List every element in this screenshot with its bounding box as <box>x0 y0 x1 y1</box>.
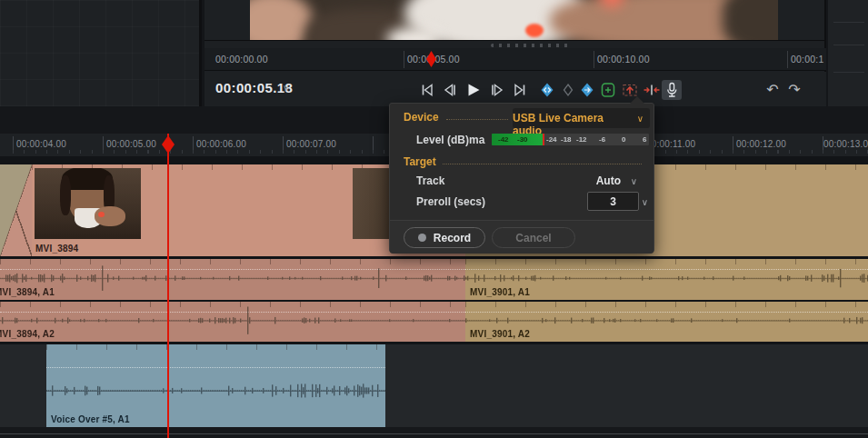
viewer-ruler-label: 00:00:1 <box>791 54 823 65</box>
timecode-chevron-icon[interactable]: ∨ <box>283 83 289 93</box>
cancel-button-label: Cancel <box>515 232 551 244</box>
go-to-end-button[interactable] <box>510 80 530 100</box>
chevron-down-icon: ∨ <box>637 114 644 124</box>
meter-tick: -18 <box>561 135 572 144</box>
video-transition-clip[interactable] <box>0 164 32 256</box>
audio-level-meter: -42 -30 -24 -18 -12 -6 0 6 <box>492 134 649 145</box>
undo-button[interactable]: ↶ <box>763 83 782 99</box>
clip-name-label: MVI_3901, A2 <box>470 329 530 339</box>
meter-scale-line <box>833 45 864 45</box>
meter-tick: -30 <box>517 135 528 144</box>
overwrite-clip-icon[interactable] <box>642 80 662 100</box>
waveform <box>0 302 465 342</box>
step-forward-button[interactable] <box>487 80 507 100</box>
preroll-label: Preroll (secs) <box>416 195 485 208</box>
dotted-leader <box>446 119 508 120</box>
match-frame-icon[interactable] <box>598 80 618 100</box>
clip-name-label: MVI_3894, A1 <box>0 287 55 297</box>
ruler-label: 00:00:07.00 <box>286 139 336 149</box>
preview-background-right <box>723 0 778 40</box>
panel-resize-handle[interactable] <box>491 44 573 47</box>
level-label: Level (dB)ma <box>416 134 484 146</box>
meter-tick: 0 <box>622 135 625 144</box>
meter-scale-line <box>833 72 864 73</box>
audio-clip-mvi-3901-a1[interactable]: MVI_3901, A1 <box>465 259 868 300</box>
play-button[interactable] <box>463 80 483 100</box>
dotted-leader <box>443 164 642 164</box>
clip-name-label: Voice Over #5, A1 <box>51 414 130 424</box>
ruler-separator <box>404 51 404 68</box>
left-empty-panel <box>0 0 202 106</box>
step-back-button[interactable] <box>440 80 460 100</box>
transition-outgoing-clip <box>0 164 32 256</box>
thumbnail-fingernail <box>98 212 105 217</box>
voiceover-record-popup: Device USB Live Camera audio ∨ Level (dB… <box>389 103 654 253</box>
device-section-label: Device <box>404 111 439 124</box>
meter-tick: -6 <box>599 135 605 144</box>
device-dropdown[interactable]: USB Live Camera audio ∨ <box>513 108 650 128</box>
popup-callout-arrow <box>630 96 644 104</box>
next-keyframe-icon[interactable] <box>577 80 597 100</box>
voiceover-clip[interactable]: Voice Over #5, A1 <box>46 344 385 427</box>
meter-tick: 6 <box>643 135 646 144</box>
ruler-label: 00:00:04.00 <box>16 139 66 149</box>
keyframe-icon[interactable] <box>558 80 578 100</box>
ruler-separator <box>787 51 788 68</box>
timeline-scrollbar[interactable] <box>0 433 868 434</box>
viewer-panel: 00:00:00.00 00:00:05.00 00:00:10.00 00:0… <box>205 0 826 106</box>
transport-bar: 00:00:05.18 ∨ <box>205 72 826 106</box>
chevron-down-icon[interactable]: ∨ <box>642 197 648 207</box>
timeline-playhead[interactable] <box>167 134 169 438</box>
meter-tick: -12 <box>576 135 587 144</box>
preroll-input[interactable] <box>587 192 639 211</box>
ruler-separator <box>594 51 594 68</box>
clip-name-label: MVI_3901, A1 <box>470 287 530 297</box>
audio-clip-mvi-3894-a1[interactable]: MVI_3894, A1 <box>0 259 465 300</box>
record-dot-icon <box>418 234 426 242</box>
ruler-label: 00:00:12.00 <box>736 139 786 149</box>
current-timecode: 00:00:05.18 <box>215 80 293 95</box>
cancel-button[interactable]: Cancel <box>492 227 575 248</box>
video-preview[interactable] <box>250 0 778 40</box>
viewer-ruler-label: 00:00:10.00 <box>597 54 650 65</box>
viewer-timeline-ruler[interactable]: 00:00:00.00 00:00:05.00 00:00:10.00 00:0… <box>205 48 826 71</box>
voiceover-track: Voice Over #5, A1 <box>0 344 868 428</box>
voiceover-record-mic-button[interactable] <box>662 80 682 100</box>
ruler-label: 00:00:13.00 <box>823 139 868 149</box>
app-window: 00:00:00.00 00:00:05.00 00:00:10.00 00:0… <box>0 0 868 438</box>
clip-name-label: MVI_3894 <box>35 244 78 254</box>
audio-clip-mvi-3894-a2[interactable]: MVI_3894, A2 <box>0 302 465 342</box>
meter-red-marker <box>543 134 544 145</box>
meter-tick: -24 <box>546 135 557 144</box>
meter-tick: -42 <box>498 135 509 144</box>
redo-button[interactable]: ↷ <box>785 83 803 99</box>
chevron-down-icon[interactable]: ∨ <box>631 176 637 186</box>
track-value[interactable]: Auto <box>596 174 621 187</box>
audio-clip-mvi-3901-a2[interactable]: MVI_3901, A2 <box>465 302 868 342</box>
clip-thumbnail <box>35 168 141 239</box>
target-section-label: Target <box>404 155 436 168</box>
ruler-label: 00:00:05.00 <box>106 139 156 149</box>
preview-fingernail <box>525 24 544 37</box>
record-button-label: Record <box>434 232 471 244</box>
go-to-start-button[interactable] <box>417 80 437 100</box>
clip-name-label: MVI_3894, A2 <box>0 329 55 339</box>
preview-bottom-edge <box>205 40 824 41</box>
timeline-bottom-area <box>0 427 868 438</box>
popup-footer: Record Cancel <box>390 220 653 254</box>
previous-keyframe-icon[interactable] <box>537 80 557 100</box>
viewer-ruler-label: 00:00:00.00 <box>215 54 268 65</box>
audio-meters-panel <box>828 0 868 106</box>
waveform <box>0 259 465 300</box>
record-button[interactable]: Record <box>404 227 485 248</box>
track-label: Track <box>416 174 444 187</box>
ruler-label: 00:00:06.00 <box>196 139 246 149</box>
thumbnail-hair-side <box>60 175 71 215</box>
meter-scale-line <box>833 22 864 23</box>
